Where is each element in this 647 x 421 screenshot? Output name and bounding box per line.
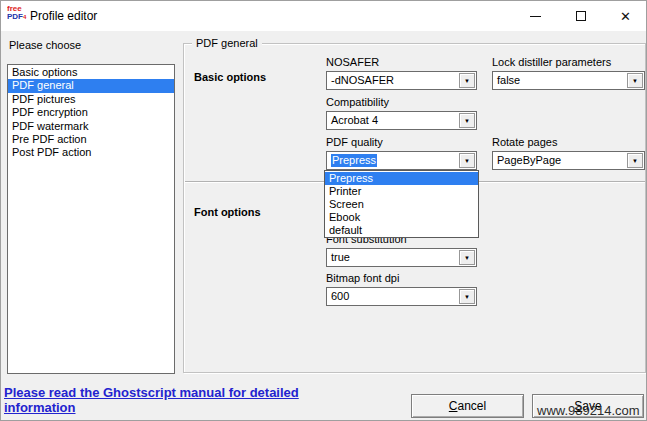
- category-listbox: Basic options PDF general PDF pictures P…: [7, 64, 175, 374]
- minimize-icon: [530, 16, 541, 17]
- lock-distiller-value: false: [497, 74, 520, 87]
- pdf-quality-combobox[interactable]: Prepress ▼: [326, 151, 477, 170]
- maximize-icon: [576, 11, 586, 21]
- dropdown-arrow-icon[interactable]: ▼: [627, 73, 643, 88]
- font-substitution-combobox[interactable]: true ▼: [326, 248, 477, 267]
- dropdown-arrow-icon[interactable]: ▼: [459, 289, 475, 304]
- dropdown-arrow-icon[interactable]: ▼: [459, 113, 475, 128]
- pdf-quality-label: PDF quality: [326, 136, 383, 148]
- dropdown-arrow-icon[interactable]: ▼: [459, 73, 475, 88]
- freepdf-app-icon: free PDF4: [7, 5, 27, 27]
- dropdown-option-screen[interactable]: Screen: [325, 198, 478, 211]
- bitmap-font-dpi-value: 600: [331, 290, 349, 303]
- list-item-pdf-encryption[interactable]: PDF encryption: [8, 106, 174, 119]
- close-icon: ✕: [620, 9, 631, 24]
- compatibility-value: Acrobat 4: [331, 114, 378, 127]
- bitmap-font-dpi-combobox[interactable]: 600 ▼: [326, 287, 477, 306]
- list-item-pdf-pictures[interactable]: PDF pictures: [8, 93, 174, 106]
- list-item-pre-pdf-action[interactable]: Pre PDF action: [8, 133, 174, 146]
- rotate-pages-value: PageByPage: [497, 154, 561, 167]
- dropdown-arrow-icon[interactable]: ▼: [627, 153, 643, 168]
- dropdown-option-ebook[interactable]: Ebook: [325, 211, 478, 224]
- rotate-pages-label: Rotate pages: [492, 136, 557, 148]
- cancel-label-mnemonic: C: [449, 399, 458, 413]
- dropdown-option-default[interactable]: default: [325, 224, 478, 237]
- font-substitution-value: true: [331, 251, 350, 264]
- watermark-text: www.989214.com: [537, 403, 640, 418]
- basic-options-label: Basic options: [194, 71, 266, 83]
- pdf-quality-value: Prepress: [331, 154, 377, 167]
- nosafer-label: NOSAFER: [326, 56, 379, 68]
- pdf-general-group: PDF general Basic options NOSAFER -dNOSA…: [183, 43, 646, 373]
- dropdown-arrow-icon[interactable]: ▼: [459, 250, 475, 265]
- bitmap-font-dpi-label: Bitmap font dpi: [326, 272, 399, 284]
- nosafer-value: -dNOSAFER: [331, 74, 394, 87]
- window-title: Profile editor: [30, 9, 97, 23]
- lock-distiller-label: Lock distiller parameters: [492, 56, 611, 68]
- list-item-pdf-watermark[interactable]: PDF watermark: [8, 120, 174, 133]
- compatibility-combobox[interactable]: Acrobat 4 ▼: [326, 111, 477, 130]
- pdf-quality-dropdown-list: Prepress Printer Screen Ebook default: [324, 170, 479, 238]
- close-button[interactable]: ✕: [603, 1, 647, 31]
- lock-distiller-combobox[interactable]: false ▼: [492, 71, 645, 90]
- dropdown-arrow-icon[interactable]: ▼: [459, 153, 475, 168]
- profile-editor-window: free PDF4 Profile editor ✕ Please choose…: [0, 0, 647, 421]
- please-choose-label: Please choose: [9, 39, 81, 51]
- maximize-button[interactable]: [558, 1, 603, 31]
- ghostscript-manual-link[interactable]: Please read the Ghostscript manual for d…: [4, 385, 356, 415]
- title-bar: free PDF4 Profile editor ✕: [1, 1, 646, 31]
- compatibility-label: Compatibility: [326, 96, 389, 108]
- list-item-post-pdf-action[interactable]: Post PDF action: [8, 146, 174, 159]
- group-title: PDF general: [192, 37, 262, 49]
- dropdown-option-prepress[interactable]: Prepress: [325, 172, 478, 185]
- minimize-button[interactable]: [513, 1, 558, 31]
- cancel-label: ancel: [457, 399, 486, 413]
- cancel-button[interactable]: Cancel: [411, 394, 524, 418]
- rotate-pages-combobox[interactable]: PageByPage ▼: [492, 151, 645, 170]
- nosafer-combobox[interactable]: -dNOSAFER ▼: [326, 71, 477, 90]
- dropdown-option-printer[interactable]: Printer: [325, 185, 478, 198]
- list-item-basic-options[interactable]: Basic options: [8, 66, 174, 79]
- app-icon-text-bottom: PDF4: [7, 13, 27, 20]
- font-options-label: Font options: [194, 206, 261, 218]
- list-item-pdf-general[interactable]: PDF general: [8, 79, 174, 92]
